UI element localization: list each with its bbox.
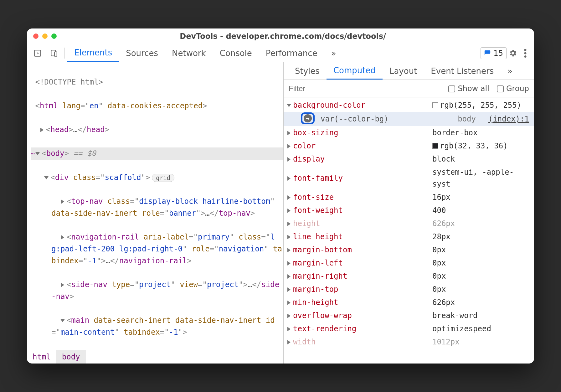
svg-point-3 (524, 49, 527, 51)
filter-input[interactable] (289, 84, 351, 93)
styles-pane: Styles Computed Layout Event Listeners »… (284, 62, 534, 364)
computed-row-color[interactable]: colorrgb(32, 33, 36) (284, 139, 534, 152)
group-toggle[interactable]: Group (497, 84, 529, 93)
close-window-icon[interactable] (33, 34, 39, 39)
dom-pane: <!DOCTYPE html> <html lang="en" data-coo… (27, 62, 284, 364)
computed-row-min-height[interactable]: min-height626px (284, 296, 534, 309)
computed-row-background-color[interactable]: background-color rgb(255, 255, 255) (284, 99, 534, 112)
crumb-html[interactable]: html (27, 350, 56, 364)
maximize-window-icon[interactable] (51, 34, 57, 39)
traffic-lights (33, 34, 57, 39)
grid-pill[interactable]: grid (152, 174, 174, 182)
computed-filter-bar: Show all Group (284, 80, 534, 97)
sub-tab-computed[interactable]: Computed (327, 62, 383, 80)
window-title: DevTools - developer.chrome.com/docs/dev… (57, 32, 509, 41)
more-menu-icon[interactable] (519, 49, 532, 58)
tab-network[interactable]: Network (165, 44, 213, 62)
dom-topnav[interactable]: <top-nav class="display-block hairline-b… (31, 195, 283, 219)
title-bar: DevTools - developer.chrome.com/docs/dev… (27, 28, 534, 44)
tab-elements[interactable]: Elements (67, 44, 119, 62)
tab-sources[interactable]: Sources (119, 44, 165, 62)
minimize-window-icon[interactable] (42, 34, 48, 39)
devtools-window: DevTools - developer.chrome.com/docs/dev… (27, 28, 534, 364)
tab-performance[interactable]: Performance (259, 44, 324, 62)
svg-point-4 (524, 52, 527, 54)
computed-row-margin-right[interactable]: margin-right0px (284, 270, 534, 283)
computed-row-margin-top[interactable]: margin-top0px (284, 283, 534, 296)
color-swatch-icon (432, 143, 438, 149)
show-all-toggle[interactable]: Show all (448, 84, 489, 93)
computed-row-text-rendering[interactable]: text-renderingoptimizespeed (284, 322, 534, 335)
dom-sidenav[interactable]: <side-nav type="project" view="project">… (31, 279, 283, 302)
sub-tabs-overflow[interactable]: » (501, 62, 519, 80)
dom-navrail[interactable]: <navigation-rail aria-label="primary" cl… (31, 231, 283, 267)
computed-row-height[interactable]: height626px (284, 217, 534, 230)
settings-icon[interactable] (507, 49, 519, 58)
computed-row-overflow-wrap[interactable]: overflow-wrapbreak-word (284, 309, 534, 322)
tabs-overflow[interactable]: » (324, 44, 343, 62)
dom-head[interactable]: <head>…</head> (31, 124, 283, 136)
dom-html-open[interactable]: <html lang="en" data-cookies-accepted> (31, 100, 283, 112)
computed-row-margin-bottom[interactable]: margin-bottom0px (284, 243, 534, 256)
computed-row-margin-left[interactable]: margin-left0px (284, 256, 534, 270)
device-toggle-icon[interactable] (47, 46, 61, 60)
sub-tab-event-listeners[interactable]: Event Listeners (424, 62, 501, 80)
main-tabs: Elements Sources Network Console Perform… (67, 44, 343, 62)
computed-subrow-background-color[interactable]: var(--color-bg) body (index):1 (284, 112, 534, 126)
computed-row-display[interactable]: displayblock (284, 152, 534, 166)
issues-badge[interactable]: 15 (481, 47, 507, 59)
styles-sub-tabs: Styles Computed Layout Event Listeners » (284, 62, 534, 80)
computed-row-box-sizing[interactable]: box-sizingborder-box (284, 126, 534, 139)
computed-row-font-weight[interactable]: font-weight400 (284, 204, 534, 217)
computed-row-font-size[interactable]: font-size16px (284, 191, 534, 204)
computed-row-font-family[interactable]: font-familysystem-ui, -apple-syst (284, 166, 534, 191)
issues-count: 15 (493, 49, 503, 58)
sub-tab-styles[interactable]: Styles (288, 62, 327, 80)
crumb-body[interactable]: body (56, 350, 86, 364)
navigate-source-icon[interactable] (301, 112, 315, 124)
computed-row-line-height[interactable]: line-height28px (284, 230, 534, 243)
dom-tree[interactable]: <!DOCTYPE html> <html lang="en" data-coo… (27, 62, 283, 350)
main-split: <!DOCTYPE html> <html lang="en" data-coo… (27, 62, 534, 364)
computed-list[interactable]: background-color rgb(255, 255, 255) var(… (284, 97, 534, 364)
computed-row-width[interactable]: width1012px (284, 335, 534, 348)
svg-rect-2 (54, 52, 57, 56)
breadcrumb: html body (27, 350, 283, 364)
sub-tab-layout[interactable]: Layout (383, 62, 424, 80)
svg-point-5 (524, 55, 527, 58)
tab-console[interactable]: Console (213, 44, 259, 62)
color-swatch-icon (432, 102, 438, 108)
dom-main-open[interactable]: <main data-search-inert data-side-nav-in… (31, 314, 283, 338)
inspect-element-icon[interactable] (31, 46, 44, 60)
main-toolbar: Elements Sources Network Console Perform… (27, 44, 534, 62)
dom-doctype[interactable]: <!DOCTYPE html> (31, 76, 283, 88)
dom-body-selected[interactable]: ⋯<body> == $0 (31, 147, 283, 160)
dom-scaffold[interactable]: <div class="scaffold">grid (31, 172, 283, 183)
